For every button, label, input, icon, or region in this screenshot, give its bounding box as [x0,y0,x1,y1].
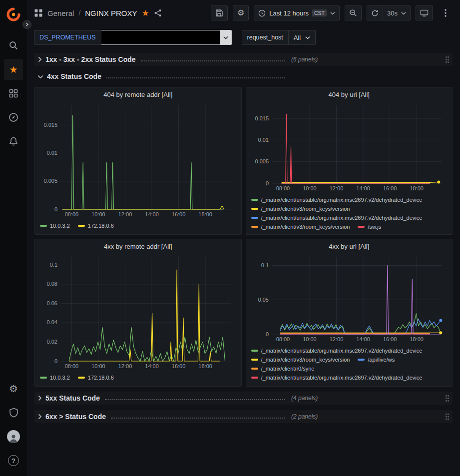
svg-text:10:00: 10:00 [91,363,105,369]
refresh-button[interactable] [367,5,383,20]
variable-ds-prometheus: DS_PROMETHEUS [34,30,232,45]
legend-item[interactable]: 10.0.3.2 [40,221,70,230]
panel-title[interactable]: 4xx by remote addr [All] [35,239,241,253]
legend-item[interactable]: /_matrix/client/unstable/org.matrix.msc2… [251,373,423,382]
drag-handle-icon[interactable] [445,395,450,402]
request-host-value: All [294,34,301,41]
legend-item[interactable]: /_matrix/client/v3/room_keys/version [251,222,350,231]
legend-item[interactable]: /_matrix/client/unstable/org.matrix.msc2… [251,195,423,204]
chevron-down-icon [401,11,406,15]
chevron-down-icon [330,11,335,15]
favorite-star-icon[interactable]: ★ [141,9,149,17]
svg-text:0: 0 [54,358,57,364]
row-1xx-3xx-2xx[interactable]: 1xx - 3xx - 2xx Status Code (6 panels) [34,53,453,66]
legend-item[interactable]: /_matrix/client/unstable/org.matrix.msc2… [251,346,423,355]
legend-color-marker [251,217,258,219]
panel-title[interactable]: 404 by remote addr [All] [35,87,241,101]
sidebar: ★ ⚙ [0,0,27,476]
svg-text:14:00: 14:00 [356,185,370,191]
legend-item[interactable]: /_matrix/client/v3/room_keys/version [251,355,350,364]
zoom-out-button[interactable] [345,5,362,20]
breadcrumb-section[interactable]: General [47,9,74,17]
chevron-down-icon [220,30,231,44]
panel-title[interactable]: 4xx by uri [All] [246,239,453,253]
save-floppy-icon [215,9,223,17]
time-series-chart[interactable]: 00.0050.010.01508:0010:0012:0014:0016:00… [38,101,238,218]
legend-label: /_matrix/client/unstable/org.matrix.msc2… [261,346,423,355]
svg-text:0.06: 0.06 [47,300,57,306]
time-picker-button[interactable]: Last 12 hours CST [254,5,340,20]
ds-prometheus-select[interactable] [101,30,232,45]
row-5xx[interactable]: 5xx Status Code (4 panels) [34,392,453,405]
kebab-menu-button[interactable] [438,5,453,20]
kebab-menu-icon [445,9,447,17]
alerting-bell-icon[interactable] [4,131,23,152]
dotted-leader [106,77,285,78]
panel-legend: 10.0.3.2172.18.0.6 [35,370,241,386]
save-dashboard-button[interactable] [211,5,228,20]
svg-text:08:00: 08:00 [65,363,79,369]
panel-grid: 404 by remote addr [All] 00.0050.010.015… [34,87,453,387]
dashboards-icon[interactable] [4,83,23,104]
svg-text:0: 0 [266,331,269,337]
explore-compass-icon[interactable] [4,107,23,128]
search-icon[interactable] [4,35,23,56]
starred-dashboards-icon[interactable]: ★ [4,59,23,80]
drag-handle-icon[interactable] [445,56,450,63]
tv-mode-button[interactable] [416,5,433,20]
sidebar-expand-button[interactable] [22,20,31,29]
svg-text:12:00: 12:00 [118,211,132,217]
help-icon[interactable]: ? [4,450,23,471]
chevron-down-icon [37,74,43,79]
monitor-icon [420,9,429,17]
refresh-group: 30s [367,5,411,20]
dashboard-settings-button[interactable]: ⚙ [233,5,249,20]
legend-label: /sw.js [368,222,381,231]
grafana-logo-icon[interactable] [4,4,23,25]
legend-item[interactable]: /sw.js [358,222,381,231]
topbar-actions: ⚙ Last 12 hours CST [211,5,453,20]
row-4xx[interactable]: 4xx Status Code [34,70,453,83]
svg-text:0.1: 0.1 [50,262,57,268]
legend-item[interactable]: 172.18.0.6 [78,373,114,382]
row-panel-count: (4 panels) [291,395,318,402]
security-shield-icon[interactable] [4,402,23,423]
row-title: 6xx > Status Code [45,413,106,421]
ds-prometheus-value [101,30,220,44]
legend-item[interactable]: /_matrix/client/r0/sync [251,364,314,373]
settings-gear-icon[interactable]: ⚙ [4,378,23,399]
svg-text:0: 0 [266,180,269,186]
svg-text:16:00: 16:00 [383,336,397,342]
panel-4xx-by-remote-addr: 4xx by remote addr [All] 00.020.040.060.… [34,239,242,387]
share-icon[interactable] [154,9,162,17]
zoom-out-icon [349,9,357,17]
legend-label: /_matrix/client/v3/room_keys/version [261,204,350,213]
request-host-select[interactable]: All [289,30,316,45]
time-zone-badge: CST [312,9,327,16]
legend-color-marker [78,377,85,379]
time-series-chart[interactable]: 00.020.040.060.080.108:0010:0012:0014:00… [38,253,238,370]
legend-color-marker [251,199,258,201]
panel-title[interactable]: 404 by uri [All] [246,87,453,101]
drag-handle-icon[interactable] [445,413,450,421]
legend-color-marker [251,368,258,370]
legend-label: 172.18.0.6 [88,373,114,382]
variable-request-host: request_host All [242,30,316,45]
time-series-chart[interactable]: 00.0050.010.01508:0010:0012:0014:0016:00… [249,101,449,192]
dashboard-title[interactable]: NGINX PROXY [85,9,137,17]
svg-text:16:00: 16:00 [172,363,186,369]
time-series-chart[interactable]: 00.050.108:0010:0012:0014:0016:0018:00 [249,253,449,343]
legend-color-marker [78,225,85,227]
svg-text:12:00: 12:00 [329,185,343,191]
legend-item[interactable]: 10.0.3.2 [40,373,70,382]
legend-item[interactable]: /_matrix/client/v3/room_keys/version [251,204,350,213]
row-6xx[interactable]: 6xx > Status Code (2 panels) [34,410,453,423]
refresh-interval-dropdown[interactable]: 30s [383,5,411,20]
legend-label: /_matrix/client/unstable/org.matrix.msc2… [261,195,423,204]
legend-color-marker [251,226,258,228]
legend-item[interactable]: 172.18.0.6 [78,221,114,230]
legend-item[interactable]: /api/live/ws [358,355,395,364]
svg-text:14:00: 14:00 [356,336,370,342]
user-avatar[interactable] [4,426,23,447]
legend-item[interactable]: /_matrix/client/unstable/org.matrix.msc2… [251,213,423,222]
